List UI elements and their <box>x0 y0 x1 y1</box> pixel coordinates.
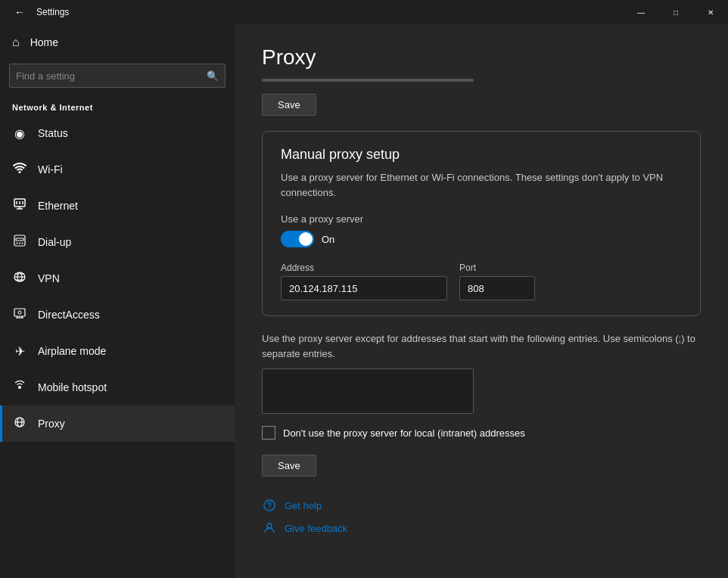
status-icon: ◉ <box>12 126 27 141</box>
sidebar-label-hotspot: Mobile hotspot <box>38 381 107 393</box>
home-icon: ⌂ <box>12 36 20 49</box>
sidebar-label-proxy: Proxy <box>38 418 65 430</box>
svg-point-20 <box>18 386 21 389</box>
maximize-button[interactable]: □ <box>658 0 693 24</box>
directaccess-icon <box>12 307 27 322</box>
get-help-icon <box>262 498 277 513</box>
svg-point-25 <box>269 508 270 509</box>
address-input[interactable] <box>281 276 447 300</box>
proxy-card-title: Manual proxy setup <box>281 147 682 163</box>
sidebar-item-dialup[interactable]: Dial-up <box>0 224 235 260</box>
close-button[interactable]: ✕ <box>693 0 728 24</box>
sidebar-item-proxy[interactable]: Proxy <box>0 406 235 442</box>
port-label: Port <box>459 263 535 273</box>
sidebar-label-wifi: Wi-Fi <box>38 163 63 176</box>
sidebar-label-airplane: Airplane mode <box>38 345 106 357</box>
exceptions-input[interactable] <box>262 368 474 414</box>
give-feedback-icon <box>262 521 277 536</box>
ethernet-icon <box>12 198 27 213</box>
svg-point-7 <box>17 243 18 244</box>
minimize-button[interactable]: — <box>624 0 658 24</box>
titlebar: ← Settings — □ ✕ <box>0 0 728 24</box>
svg-point-19 <box>18 311 21 314</box>
address-port-row: Address Port <box>281 263 682 300</box>
svg-point-26 <box>267 524 272 528</box>
sidebar-item-home[interactable]: ⌂ Home <box>0 24 235 61</box>
progress-bar <box>262 79 474 82</box>
address-field-group: Address <box>281 263 447 300</box>
vpn-icon <box>12 271 27 286</box>
wifi-icon <box>12 163 27 176</box>
sidebar-label-dialup: Dial-up <box>38 236 71 248</box>
get-help-label: Get help <box>285 500 322 511</box>
local-checkbox-label: Don't use the proxy server for local (in… <box>283 427 525 439</box>
hotspot-icon <box>12 380 27 395</box>
toggle-state-label: On <box>322 234 334 245</box>
back-button[interactable]: ← <box>9 2 30 23</box>
save-button-top[interactable]: Save <box>262 94 316 116</box>
svg-rect-15 <box>14 309 25 316</box>
sidebar-item-hotspot[interactable]: Mobile hotspot <box>0 369 235 406</box>
sidebar-section-title: Network & Internet <box>0 97 235 115</box>
proxy-toggle-row: On <box>281 231 682 247</box>
port-field-group: Port <box>459 263 535 300</box>
dialup-icon <box>12 235 27 250</box>
proxy-icon <box>12 416 27 431</box>
svg-point-9 <box>22 243 23 244</box>
local-checkbox[interactable] <box>262 426 275 440</box>
toggle-section-label: Use a proxy server <box>281 213 682 225</box>
get-help-link[interactable]: Get help <box>262 498 701 513</box>
svg-point-8 <box>19 243 20 244</box>
home-label: Home <box>30 36 58 48</box>
sidebar-item-ethernet[interactable]: Ethernet <box>0 188 235 224</box>
page-title: Proxy <box>262 45 701 70</box>
toggle-thumb <box>299 232 313 246</box>
app-title: Settings <box>36 7 69 17</box>
sidebar-item-vpn[interactable]: VPN <box>0 260 235 297</box>
airplane-icon: ✈ <box>12 344 27 359</box>
help-links: Get help Give feedback <box>262 498 701 536</box>
manual-proxy-card: Manual proxy setup Use a proxy server fo… <box>262 131 701 316</box>
proxy-toggle[interactable] <box>281 231 314 247</box>
sidebar-label-directaccess: DirectAccess <box>38 309 100 321</box>
search-input[interactable] <box>16 70 207 82</box>
sidebar-item-directaccess[interactable]: DirectAccess <box>0 297 235 333</box>
proxy-card-description: Use a proxy server for Ethernet or Wi-Fi… <box>281 170 682 200</box>
search-icon: 🔍 <box>207 70 219 82</box>
search-box[interactable]: 🔍 <box>9 64 226 88</box>
address-label: Address <box>281 263 447 273</box>
sidebar-label-vpn: VPN <box>38 272 60 284</box>
sidebar-label-ethernet: Ethernet <box>38 200 78 212</box>
exceptions-description: Use the proxy server except for addresse… <box>262 331 701 361</box>
sidebar-item-wifi[interactable]: Wi-Fi <box>0 151 235 188</box>
save-button-bottom[interactable]: Save <box>262 455 316 477</box>
progress-bar-track <box>262 79 474 82</box>
sidebar-item-airplane[interactable]: ✈ Airplane mode <box>0 333 235 369</box>
window-controls: — □ ✕ <box>624 0 728 24</box>
sidebar-label-status: Status <box>38 127 68 139</box>
sidebar-item-status[interactable]: ◉ Status <box>0 115 235 151</box>
main-layout: ⌂ Home 🔍 Network & Internet ◉ Status Wi-… <box>0 24 728 578</box>
give-feedback-link[interactable]: Give feedback <box>262 521 701 536</box>
port-input[interactable] <box>459 276 535 300</box>
give-feedback-label: Give feedback <box>285 523 347 534</box>
sidebar: ⌂ Home 🔍 Network & Internet ◉ Status Wi-… <box>0 24 235 578</box>
content-area: Proxy Save Manual proxy setup Use a prox… <box>235 24 728 578</box>
local-checkbox-row[interactable]: Don't use the proxy server for local (in… <box>262 426 701 440</box>
